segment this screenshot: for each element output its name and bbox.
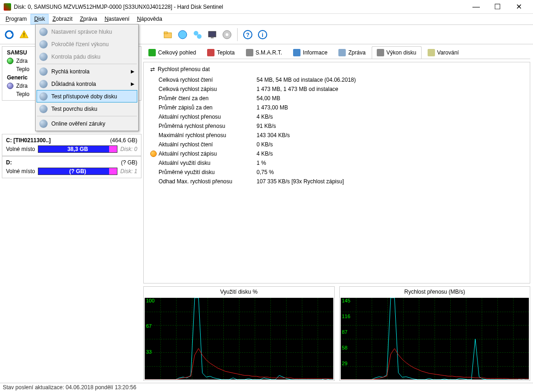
disk-index: Disk: 1: [120, 168, 137, 175]
metric-value: 54 MB, 54 MB od instalace (04.06.2018): [257, 77, 356, 83]
disk-info-label: Teplo: [16, 91, 30, 97]
tab-icon: [207, 49, 214, 56]
metric-row: Odhad Max. rychlosti přenosu107 335 KB/s…: [150, 177, 523, 186]
svg-point-11: [226, 33, 228, 36]
metric-key: Aktuální využití disku: [159, 160, 257, 166]
metric-value: 1 473 MB, 1 473 MB od instalace: [257, 86, 338, 92]
volume-card[interactable]: C: [TIH0211300..](464,6 GB)Volné místo38…: [2, 134, 141, 156]
menu-nastavení[interactable]: Nastavení: [101, 14, 133, 24]
free-space-label: Volné místo: [6, 168, 35, 175]
chart-transfer-rate: Rychlost přenosu (MB/s) 145116875829: [339, 286, 531, 381]
network-button[interactable]: [176, 28, 189, 41]
metric-row: Maximální rychlost přenosu143 304 KB/s: [150, 131, 523, 140]
svg-rect-9: [211, 37, 214, 38]
free-space-value: (? GB): [69, 168, 86, 175]
menu-nápověda[interactable]: Nápověda: [133, 14, 166, 24]
toolbar-separator: [237, 28, 238, 41]
panel-title-text: Rychlost přenosu dat: [158, 66, 210, 72]
help-button[interactable]: ?: [241, 28, 254, 41]
metric-row: Aktuální rychlost čtení0 KB/s: [150, 140, 523, 149]
tab-icon: [428, 49, 435, 56]
tab-celkov-pohled[interactable]: Celkový pohled: [143, 46, 201, 59]
metric-row: Aktuální rychlost přenosu4 KB/s: [150, 112, 523, 121]
tab-label: S.M.A.R.T.: [256, 49, 282, 56]
volume-card[interactable]: D:(? GB)Volné místo(? GB)Disk: 1: [2, 156, 141, 178]
main-panel: Celkový pohledTeplotaS.M.A.R.T.Informace…: [143, 44, 533, 383]
tab-label: Informace: [303, 49, 327, 56]
menu-item-label: Online ověření záruky: [51, 121, 105, 127]
menu-item-icon: [39, 40, 48, 48]
svg-rect-8: [208, 31, 216, 37]
menu-item[interactable]: Online ověření záruky: [37, 117, 137, 130]
minimize-button[interactable]: —: [466, 0, 487, 14]
svg-text:?: ?: [246, 32, 249, 38]
tab-teplota[interactable]: Teplota: [202, 46, 240, 59]
tab-zpr-va[interactable]: Zpráva: [333, 46, 370, 59]
maximize-button[interactable]: ☐: [487, 0, 508, 14]
network-share-button[interactable]: [191, 28, 204, 41]
metric-key: Průměrné využití disku: [159, 169, 257, 175]
disk-info-label: Zdra: [16, 58, 28, 64]
chart-title: Využití disku %: [144, 287, 334, 297]
metric-value: 54,00 MB: [257, 95, 280, 102]
menu-item[interactable]: Rychlá kontrola▶: [37, 65, 137, 78]
menu-item[interactable]: Důkladná kontrola▶: [37, 78, 137, 90]
chart-area: 1006733: [145, 298, 333, 380]
metric-value: 91 KB/s: [257, 123, 276, 129]
metric-row: Průměr čtení za den54,00 MB: [150, 94, 523, 103]
menu-item-icon: [39, 80, 48, 88]
metric-row: Aktuální využití disku1 %: [150, 158, 523, 168]
metric-row: Aktuální rychlost zápisu4 KB/s: [150, 149, 523, 158]
menu-item[interactable]: Test povrchu disku: [37, 103, 137, 115]
submenu-arrow-icon: ▶: [131, 81, 135, 86]
menu-zpráva[interactable]: Zpráva: [76, 14, 101, 24]
menu-item-label: Test přístupové doby disku: [51, 93, 117, 100]
tab-label: Výkon disku: [386, 49, 417, 56]
tab-icon: [293, 49, 300, 56]
close-button[interactable]: ✕: [508, 0, 529, 14]
metric-row: Průměr zápisů za den1 473,00 MB: [150, 103, 523, 112]
transfer-rate-panel: ⇄ Rychlost přenosu dat Celková rychlost …: [143, 62, 530, 283]
tab-informace[interactable]: Informace: [288, 46, 332, 59]
tab-s-m-a-r-t-[interactable]: S.M.A.R.T.: [241, 46, 287, 59]
menu-item-icon: [39, 105, 48, 113]
menu-item[interactable]: Test přístupové doby disku: [37, 90, 137, 103]
panel-title: ⇄ Rychlost přenosu dat: [150, 66, 523, 72]
disc-button[interactable]: [221, 28, 233, 41]
tab-varov-n-[interactable]: Varování: [423, 46, 464, 59]
tab-icon: [148, 49, 156, 56]
free-space-bar: (? GB): [38, 168, 118, 175]
tab-label: Zpráva: [348, 49, 365, 56]
volume-size: (? GB): [121, 159, 137, 166]
menu-item-label: Důkladná kontrola: [51, 81, 96, 87]
monitor-button[interactable]: [206, 28, 219, 41]
tab-v-kon-disku[interactable]: Výkon disku: [372, 46, 422, 59]
volume-size: (464,6 GB): [110, 137, 137, 144]
transfer-icon: ⇄: [150, 66, 155, 72]
disk-menu-dropdown: Nastavení správce hlukuPokročilé řízení …: [35, 24, 139, 131]
volume-name: C: [TIH0211300..]: [6, 137, 51, 144]
chart-area: 145116875829: [341, 298, 529, 380]
free-space-value: 38,3 GB: [67, 146, 88, 152]
menu-disk[interactable]: Disk: [31, 14, 49, 24]
warning-button[interactable]: !: [18, 28, 31, 41]
svg-rect-4: [164, 32, 167, 34]
window-title: Disk: 0, SAMSUNG MZVLW512HMJP-0000 [S33U…: [14, 4, 466, 10]
activity-marker-icon: [150, 151, 157, 157]
refresh-button[interactable]: [3, 28, 16, 41]
menu-program[interactable]: Program: [2, 14, 31, 24]
menu-item-label: Test povrchu disku: [51, 106, 97, 112]
menu-item: Pokročilé řízení výkonu: [37, 38, 137, 50]
menu-zobrazit[interactable]: Zobrazit: [49, 14, 76, 24]
folder-button[interactable]: [161, 28, 174, 41]
title-bar: Disk: 0, SAMSUNG MZVLW512HMJP-0000 [S33U…: [0, 0, 533, 14]
info-button[interactable]: i: [256, 28, 269, 41]
menu-item-label: Pokročilé řízení výkonu: [51, 41, 109, 48]
metric-key: Odhad Max. rychlosti přenosu: [159, 178, 257, 185]
status-dot-icon: [7, 58, 13, 64]
metric-key: Maximální rychlost přenosu: [159, 132, 257, 139]
metric-row: Celková rychlost zápisu1 473 MB, 1 473 M…: [150, 84, 523, 94]
metric-value: 1 %: [257, 160, 266, 166]
menu-item-label: Nastavení správce hluku: [51, 29, 112, 35]
tab-icon: [377, 49, 384, 56]
